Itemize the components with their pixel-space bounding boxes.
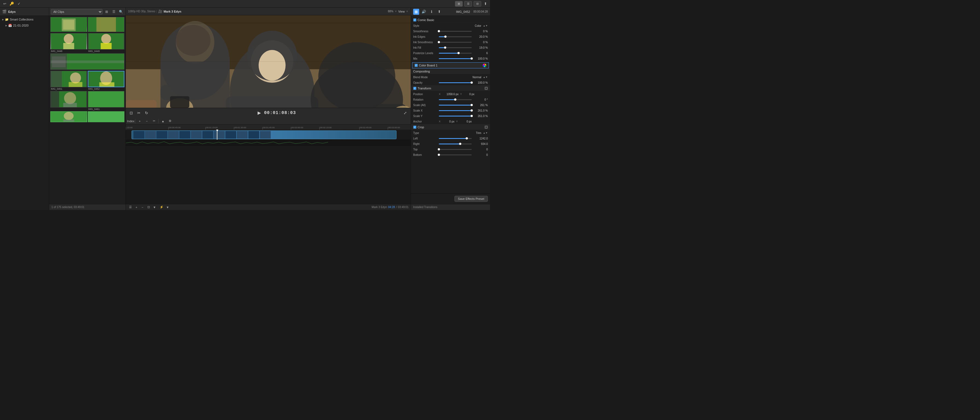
crop-toggle[interactable]: ▢ [485, 126, 488, 129]
video-tab[interactable]: ▦ [413, 9, 419, 15]
timeline-clip-btn[interactable]: ⊡ [146, 205, 151, 210]
smoothness-thumb[interactable] [438, 30, 440, 32]
transform-btn[interactable]: ✂ [135, 110, 142, 116]
color-board-checkbox[interactable]: ✓ [415, 64, 418, 67]
sidebar-item-date[interactable]: ▶ 📅 21-01-2020 [0, 22, 49, 29]
crop-top-thumb[interactable] [438, 148, 440, 150]
ink-fill-thumb[interactable] [444, 46, 446, 49]
crop-right-slider[interactable] [439, 143, 472, 145]
crop-checkbox[interactable]: ✓ [413, 126, 417, 129]
delete-track-btn[interactable]: − [144, 119, 150, 124]
type-arrow[interactable]: ▲▼ [483, 132, 488, 134]
timeline-minus-btn[interactable]: − [140, 205, 145, 210]
ink-smoothness-slider[interactable] [439, 42, 472, 43]
save-preset-btn[interactable]: Save Effects Preset [455, 196, 488, 202]
scale-all-thumb[interactable] [471, 104, 473, 106]
scale-x-slider[interactable] [439, 110, 472, 111]
thumb-img-6 [50, 71, 87, 87]
blend-arrow[interactable]: ▲▼ [483, 76, 488, 78]
style-arrow[interactable]: ▲▼ [483, 24, 488, 27]
media-cell-5[interactable] [50, 53, 124, 70]
list-btn[interactable]: ☰ [111, 9, 117, 14]
transform-checkbox[interactable]: ✓ [413, 87, 417, 90]
crop-right-thumb[interactable] [459, 143, 461, 145]
zoom-out-btn[interactable]: ▲ [160, 119, 166, 124]
mix-thumb[interactable] [471, 57, 473, 60]
crop-left-thumb[interactable] [466, 137, 468, 140]
media-cell-4[interactable]: IMG_0449 [88, 33, 125, 53]
media-cell-3[interactable]: IMG_0448 [50, 33, 87, 53]
crop-btn[interactable]: ↻ [143, 110, 150, 116]
index-btn[interactable]: Index [128, 119, 134, 124]
ink-edges-thumb[interactable] [444, 35, 447, 38]
posterize-slider[interactable] [439, 53, 472, 54]
list-view-btn[interactable]: ☰ [464, 1, 472, 6]
info-tab[interactable]: ℹ [428, 9, 434, 15]
compositing-section[interactable]: Compositing [411, 68, 490, 75]
crop-bottom-thumb[interactable] [438, 154, 440, 156]
audio-track [126, 140, 411, 146]
svg-rect-94 [248, 131, 259, 138]
import-icon[interactable]: ⬆ [483, 2, 488, 6]
scale-y-slider[interactable] [439, 116, 472, 116]
expand-icon-2: ▶ [5, 24, 7, 27]
opacity-slider[interactable] [439, 82, 472, 83]
play-btn[interactable]: ▶ [256, 110, 262, 116]
sidebar-item-smart-collections[interactable]: ▶ 📁 Smart Collections [0, 16, 49, 22]
smoothness-slider[interactable] [439, 31, 472, 32]
scale-all-slider[interactable] [439, 105, 472, 105]
media-grid: IMG_0448 IMG_0449 [49, 16, 126, 204]
group-btn[interactable]: ⊞ [103, 9, 110, 14]
crop-left-slider[interactable] [439, 138, 472, 139]
media-cell-11[interactable] [88, 111, 125, 123]
main-clip[interactable] [132, 130, 396, 139]
ink-edges-slider[interactable] [439, 37, 472, 37]
add-track-btn[interactable]: + [137, 119, 142, 124]
crop-left-fill [439, 138, 467, 139]
media-cell-6[interactable]: IMG_0451 [50, 71, 87, 91]
media-cell-7[interactable]: IMG_0452 [88, 71, 125, 91]
lock-icon[interactable]: 🔑 [9, 2, 14, 6]
scale-x-thumb[interactable] [471, 110, 473, 111]
ink-fill-slider[interactable] [439, 47, 472, 48]
trim-btn[interactable]: ✂ [151, 119, 157, 124]
ink-smoothness-thumb[interactable] [438, 41, 440, 43]
media-cell-8[interactable] [50, 91, 87, 111]
search-btn[interactable]: 🔍 [118, 9, 124, 14]
media-cell-1[interactable] [50, 17, 87, 33]
rotation-thumb[interactable] [454, 99, 457, 100]
svg-point-9 [101, 34, 111, 44]
undo-icon[interactable]: ↩ [2, 2, 7, 6]
param-position: Position X 1058.6 px Y 0 px [411, 91, 490, 97]
comic-basic-checkbox[interactable]: ✓ [413, 18, 417, 22]
timeline-settings-btn[interactable]: ⚙ [167, 119, 173, 124]
thumb-img-4 [88, 33, 125, 49]
check-icon[interactable]: ✓ [16, 2, 21, 6]
transform-section-header[interactable]: ✓ Transform ▢ [411, 85, 490, 91]
opacity-thumb[interactable] [471, 81, 473, 84]
media-cell-2[interactable] [88, 17, 125, 33]
posterize-thumb[interactable] [457, 52, 460, 54]
crop-section-header[interactable]: ✓ Crop ▢ [411, 124, 490, 130]
share-tab[interactable]: ⬆ [436, 9, 442, 15]
blade-btn[interactable]: ⚡ [159, 205, 164, 210]
view-menu-btn[interactable]: View [398, 10, 405, 13]
transform-toggle[interactable]: ▢ [485, 87, 488, 90]
audio-tab[interactable]: 🔊 [421, 9, 427, 15]
timeline-index-btn[interactable]: ☰ [128, 205, 133, 210]
select-btn[interactable]: ▼ [165, 205, 170, 210]
split-view-btn[interactable]: ⊟ [474, 1, 481, 6]
media-cell-9[interactable]: IMG_0461 [88, 91, 125, 111]
timeline-add-btn[interactable]: + [134, 205, 139, 210]
media-cell-10[interactable] [50, 111, 87, 123]
crop-bottom-slider[interactable] [439, 154, 472, 155]
scale-y-thumb[interactable] [471, 115, 473, 117]
crop-top-slider[interactable] [439, 149, 472, 150]
mix-slider[interactable] [439, 58, 472, 59]
timeline-more-btn[interactable]: ▼ [152, 205, 157, 210]
fullscreen-btn[interactable]: ⤢ [402, 110, 409, 116]
aspect-ratio-btn[interactable]: ⊡ [128, 110, 135, 116]
rotation-slider[interactable] [439, 99, 472, 100]
filter-select[interactable]: All ClipsUsed ClipsUnused Clips [51, 9, 103, 14]
grid-view-btn[interactable]: ⊞ [455, 1, 463, 6]
